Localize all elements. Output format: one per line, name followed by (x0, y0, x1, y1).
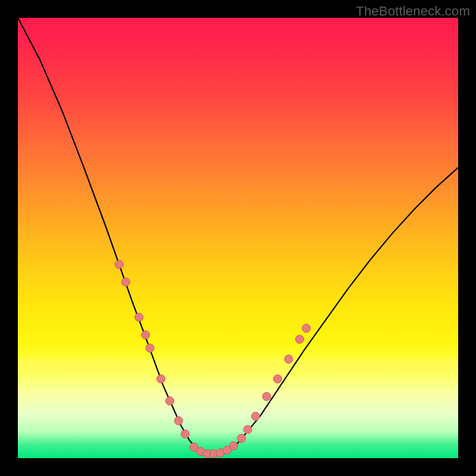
data-dot (284, 355, 293, 364)
chart-frame: TheBottleneck.com (0, 0, 476, 476)
watermark-text: TheBottleneck.com (356, 4, 470, 19)
dot-cluster-right (237, 324, 311, 443)
data-dot (243, 425, 252, 434)
data-dot (230, 441, 238, 450)
data-dot (262, 392, 271, 400)
data-dot (274, 375, 282, 383)
data-dot (302, 324, 311, 333)
data-dot (115, 260, 123, 268)
data-dot (135, 313, 143, 321)
dot-cluster-left (115, 260, 189, 438)
data-dot (121, 278, 130, 286)
chart-svg (18, 18, 458, 458)
bottleneck-curve (18, 18, 458, 454)
data-dot (174, 416, 183, 425)
dot-cluster-bottom (190, 441, 238, 458)
data-dot (181, 430, 189, 438)
data-dot (252, 412, 260, 421)
data-dot (142, 331, 150, 339)
data-dot (165, 397, 174, 405)
data-dot (146, 344, 154, 352)
data-dot (237, 434, 246, 443)
data-dot (157, 375, 165, 383)
data-dot (296, 335, 304, 343)
